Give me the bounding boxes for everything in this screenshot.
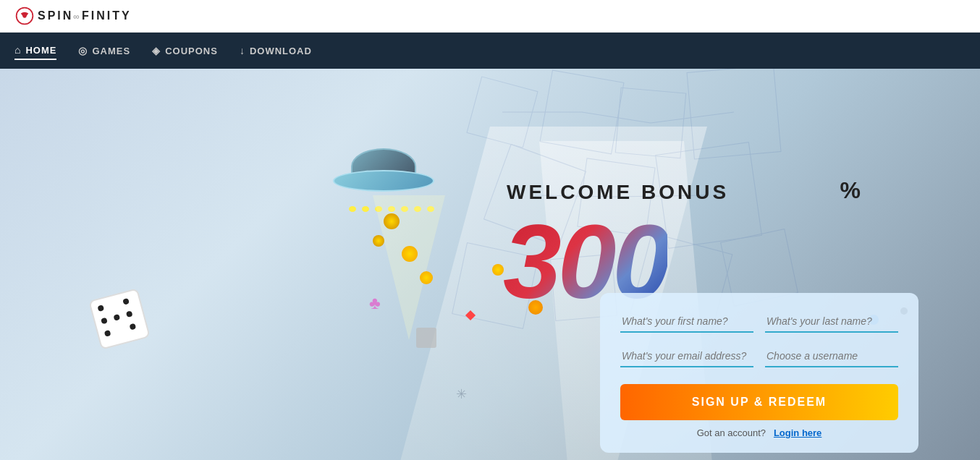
ufo-light-1 — [349, 206, 356, 212]
nav-bar: ⌂ HOME ◎ GAMES ◈ COUPONS ↓ DOWNLOAD — [0, 33, 980, 69]
dot — [110, 302, 117, 309]
email-username-row — [620, 346, 898, 367]
ufo-body — [333, 170, 434, 192]
dot — [101, 318, 108, 325]
games-icon: ◎ — [78, 45, 88, 56]
dice-small — [416, 328, 436, 348]
logo[interactable]: SPIN∞FINITY — [14, 6, 132, 26]
login-link[interactable]: Login here — [774, 427, 821, 438]
coupons-icon: ◈ — [152, 45, 161, 56]
login-prompt: Got an account? Login here — [620, 427, 898, 438]
home-icon: ⌂ — [14, 44, 21, 56]
dot — [129, 323, 136, 331]
dot — [97, 304, 104, 312]
nav-item-games[interactable]: ◎ GAMES — [78, 42, 130, 59]
coin-1 — [402, 246, 418, 262]
svg-point-1 — [22, 14, 26, 17]
dot — [117, 326, 124, 333]
registration-form: SIGN UP & REDEEM Got an account? Login h… — [600, 293, 918, 453]
signup-button[interactable]: SIGN UP & REDEEM — [620, 384, 898, 420]
coin-ufo-2 — [373, 235, 384, 247]
club-symbol: ♣ — [369, 293, 381, 313]
nav-item-home[interactable]: ⌂ HOME — [14, 41, 56, 60]
name-row — [620, 311, 898, 333]
svg-line-15 — [651, 112, 734, 123]
logo-icon — [14, 6, 35, 26]
dot — [104, 330, 111, 337]
username-input[interactable] — [765, 346, 898, 367]
login-prompt-text: Got an account? — [697, 427, 766, 438]
nav-item-coupons[interactable]: ◈ COUPONS — [152, 42, 218, 59]
logo-text: SPIN∞FINITY — [38, 9, 132, 22]
coin-2 — [420, 271, 433, 284]
svg-rect-5 — [687, 69, 781, 159]
coin-ufo-1 — [384, 213, 400, 229]
first-name-input[interactable] — [620, 311, 753, 333]
hero-section: ♣ ✳ WELCOME BONUS 300 % SIGN UP & REDEEM… — [0, 69, 980, 460]
ufo — [333, 145, 434, 210]
dot — [113, 314, 120, 321]
snowflake-symbol: ✳ — [456, 386, 467, 402]
bonus-percent: % — [840, 177, 861, 204]
ufo-beam — [373, 195, 445, 340]
dot — [122, 298, 130, 305]
last-name-input[interactable] — [765, 311, 898, 333]
top-bar: SPIN∞FINITY — [0, 0, 980, 33]
welcome-text: WELCOME BONUS — [507, 181, 729, 204]
download-icon: ↓ — [240, 45, 245, 56]
nav-item-download[interactable]: ↓ DOWNLOAD — [240, 42, 312, 59]
svg-line-14 — [582, 112, 651, 123]
ufo-light-2 — [362, 206, 369, 212]
coin-3 — [492, 264, 504, 276]
email-input[interactable] — [620, 346, 753, 367]
dot — [126, 310, 133, 318]
dice-large — [88, 288, 151, 350]
